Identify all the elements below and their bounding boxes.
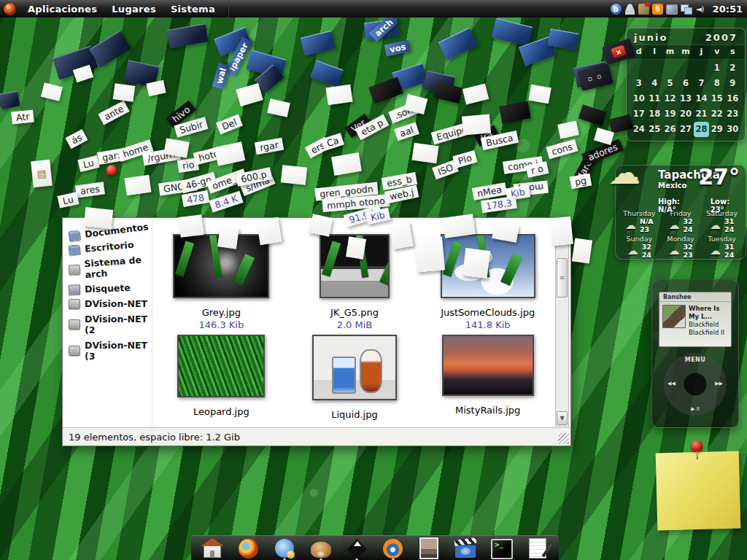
- calendar-day[interactable]: 28: [694, 122, 709, 137]
- calendar-day[interactable]: [631, 61, 646, 76]
- sidebar-item-dvision-net-2[interactable]: DVision-NET (2: [63, 311, 152, 338]
- calendar-day[interactable]: 3: [631, 76, 646, 91]
- calendar-day[interactable]: 4: [646, 76, 662, 91]
- calendar-day[interactable]: 14: [694, 91, 709, 106]
- explosion-crack: [500, 254, 522, 286]
- click-wheel[interactable]: MENU ◀◀ ▶▶ ▶ II: [664, 353, 727, 416]
- calendar-day[interactable]: 8: [709, 76, 724, 91]
- file-item[interactable]: MistyRails.jpg: [421, 330, 554, 428]
- scrollbar-thumb[interactable]: ≡: [557, 258, 568, 298]
- menu-sistema[interactable]: Sistema: [165, 2, 221, 16]
- storm-weather-icon: ☁∶∶∶: [625, 220, 636, 230]
- play-pause-button[interactable]: ▶ II: [664, 406, 727, 412]
- calendar-day[interactable]: 20: [678, 106, 693, 122]
- calendar-day[interactable]: 7: [694, 76, 709, 91]
- window-fragment: Atr: [11, 109, 34, 124]
- menu-aplicaciones[interactable]: Aplicaciones: [22, 2, 103, 16]
- network-icon[interactable]: [681, 4, 692, 15]
- update-notifier-icon[interactable]: [652, 4, 663, 15]
- forecast-low: 23: [683, 251, 692, 259]
- forecast-row: ☁∶∶∶N/A23: [625, 217, 654, 233]
- calendar-day[interactable]: 18: [646, 106, 662, 122]
- dock-video-editor[interactable]: [452, 537, 479, 559]
- banshee-player-widget[interactable]: Banshee Where Is My L... Blackfield Blac…: [651, 279, 739, 428]
- previous-button[interactable]: ◀◀: [667, 381, 676, 386]
- storm-weather-icon: ☁∶∶∶: [627, 246, 638, 256]
- calendar-day[interactable]: 2: [725, 61, 740, 76]
- video-editor-icon: [455, 540, 476, 558]
- sticky-note[interactable]: [656, 451, 741, 531]
- calendar-day[interactable]: 6: [678, 76, 693, 91]
- dock-text-editor[interactable]: [525, 537, 551, 559]
- scrollbar-down-button[interactable]: ▼: [557, 411, 568, 425]
- calendar-day[interactable]: 5: [662, 76, 678, 91]
- volume-icon[interactable]: [694, 4, 705, 15]
- calendar-day[interactable]: 10: [631, 91, 646, 106]
- dock-firefox[interactable]: [235, 537, 261, 559]
- menu-button[interactable]: MENU: [664, 357, 727, 363]
- forecast-low: 24: [724, 251, 734, 259]
- calendar-day[interactable]: 12: [662, 91, 678, 106]
- calendar-grid: 1234567891011121314151617181920212223242…: [627, 58, 745, 139]
- sidebar-item-dvision-net-3[interactable]: DVision-NET (3: [63, 338, 152, 364]
- sidebar-item-label: DVision-NET: [85, 298, 147, 309]
- calendar-day[interactable]: 17: [631, 106, 646, 122]
- bluetooth-icon[interactable]: [611, 4, 622, 15]
- forecast-row: ☁∶∶∶3223: [668, 243, 692, 259]
- calendar-day[interactable]: 27: [678, 122, 693, 137]
- window-fragment: [107, 165, 117, 175]
- calendar-day[interactable]: 30: [725, 122, 740, 137]
- calendar-day[interactable]: 9: [725, 76, 740, 91]
- user-switcher-icon[interactable]: [624, 4, 635, 15]
- display-icon[interactable]: [666, 4, 678, 15]
- forecast-temps: 3124: [724, 217, 734, 233]
- calendar-day[interactable]: 11: [646, 91, 662, 106]
- calendar-day[interactable]: 25: [646, 122, 662, 137]
- sidebar-item-dvision-net[interactable]: DVision-NET: [63, 296, 152, 311]
- calendar-day[interactable]: 15: [709, 91, 724, 106]
- dock-blender[interactable]: [380, 537, 406, 559]
- window-fragment: [0, 90, 20, 109]
- menu-lugares[interactable]: Lugares: [106, 2, 162, 16]
- calendar-day[interactable]: 29: [709, 122, 724, 137]
- forecast-low: 24: [724, 225, 734, 233]
- file-name: JustSomeClouds.jpg: [441, 307, 535, 318]
- calendar-day[interactable]: 24: [631, 122, 646, 137]
- calendar-day[interactable]: 21: [694, 106, 709, 122]
- forecast-tuesday: Tuesday☁∶∶∶3124: [701, 235, 743, 259]
- calendar-day[interactable]: [646, 61, 662, 76]
- calendar-day[interactable]: [662, 61, 678, 76]
- calendar-day[interactable]: 23: [725, 106, 740, 122]
- calendar-day[interactable]: 1: [709, 61, 724, 76]
- calendar-day[interactable]: 22: [709, 106, 724, 122]
- dock-photos[interactable]: [416, 537, 442, 559]
- window-fragment: [124, 175, 151, 195]
- calendar-day[interactable]: 26: [662, 122, 678, 137]
- dock-pidgin[interactable]: [271, 537, 298, 559]
- vertical-scrollbar[interactable]: ≡ ▼: [555, 219, 569, 427]
- rain-drops: ∶∶∶: [627, 228, 632, 238]
- forecast-low: 24: [683, 225, 692, 233]
- calendar-day[interactable]: 16: [725, 91, 740, 106]
- ubuntu-logo-icon[interactable]: [4, 3, 16, 15]
- pidgin-icon: [275, 539, 294, 558]
- dock-terminal[interactable]: [489, 537, 515, 559]
- calendar-day[interactable]: [678, 61, 693, 76]
- dock-home[interactable]: [199, 537, 225, 559]
- dock-inkscape[interactable]: [344, 537, 370, 559]
- window-fragment: [414, 236, 445, 272]
- calendar-year: 2007: [705, 32, 738, 43]
- file-manager-window[interactable]: DocumentosEscritorioSistema de archDisqu…: [62, 217, 571, 446]
- dock-gimp[interactable]: [308, 537, 334, 559]
- panel-clock[interactable]: 20:51: [713, 4, 743, 15]
- removable-device-icon[interactable]: [638, 4, 649, 15]
- calendar-day[interactable]: 13: [678, 91, 693, 106]
- file-item[interactable]: Leopard.jpg: [155, 330, 288, 428]
- calendar-weekday: l: [646, 47, 662, 56]
- calendar-day[interactable]: 19: [662, 106, 678, 122]
- calendar-day[interactable]: [694, 61, 709, 76]
- sidebar-item-disquete[interactable]: Disquete: [63, 279, 152, 298]
- file-item[interactable]: Liquid.jpg: [288, 330, 422, 428]
- next-button[interactable]: ▶▶: [715, 381, 723, 386]
- forecast-row: ☁∶∶∶3124: [710, 217, 734, 233]
